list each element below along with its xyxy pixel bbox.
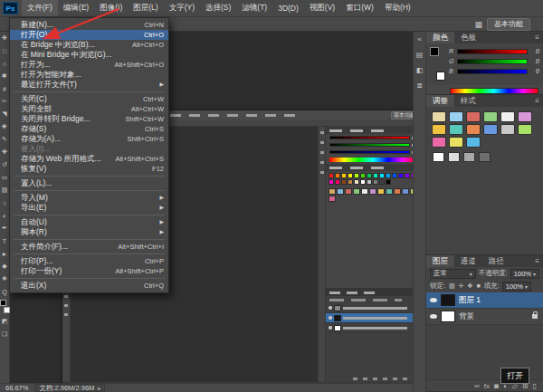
menu-item-browse-in-mini-bridge[interactable]: 在 Mini Bridge 中浏览(G)... (10, 50, 168, 60)
lock-position-icon[interactable]: ✥ (467, 282, 474, 290)
workspace-button[interactable]: 基本功能 (487, 18, 530, 31)
adjustment-icon[interactable] (449, 137, 463, 148)
info-panel-icon[interactable]: ≣ (414, 79, 425, 92)
adjustment-icon[interactable] (432, 137, 446, 148)
marquee-tool[interactable]: □ (0, 44, 9, 57)
delete-layer-icon[interactable]: ▯ (533, 382, 537, 390)
menu-item-open-recent[interactable]: 最近打开文件(T)▶ (10, 80, 168, 90)
menubar-item-file[interactable]: 文件(F) (22, 0, 58, 16)
menubar-item-3d[interactable]: 3D(D) (272, 0, 304, 16)
dodge-tool[interactable]: ◐ (0, 209, 9, 222)
adjustment-icon[interactable] (500, 124, 515, 135)
lock-all-icon[interactable]: ■ (475, 282, 481, 290)
green-value[interactable]: 0 (530, 58, 539, 64)
lock-transparent-pixels-icon[interactable]: ▨ (448, 282, 456, 290)
hand-tool[interactable]: ❖ (0, 272, 9, 285)
shape-tool[interactable]: ◆ (0, 260, 9, 272)
workspace-grid-icon[interactable]: ▦ (474, 20, 482, 29)
properties-panel-icon[interactable]: ◧ (414, 63, 425, 77)
quick-mask-toggle[interactable]: ◩ (0, 315, 9, 328)
tab-paths[interactable]: 路径 (482, 255, 510, 267)
link-layers-icon[interactable]: ∞ (474, 382, 480, 390)
menu-item-close[interactable]: 关闭(C)Ctrl+W (10, 94, 168, 104)
lock-image-pixels-icon[interactable]: ✛ (458, 282, 465, 290)
adjustment-icon[interactable] (518, 124, 532, 135)
quick-selection-tool[interactable]: ✱ (0, 70, 9, 82)
layer-thumbnail[interactable] (441, 311, 455, 322)
healing-brush-tool[interactable]: ✚ (0, 120, 9, 133)
menu-item-close-and-go-to-bridge[interactable]: 关闭并转到 Bridge...Shift+Ctrl+W (10, 114, 168, 124)
adjustment-icon[interactable] (466, 124, 481, 135)
type-tool[interactable]: T (0, 234, 9, 247)
adjustment-icon[interactable] (449, 124, 463, 135)
tab-layers[interactable]: 图层 (426, 255, 454, 267)
tab-adjustments[interactable]: 调整 (426, 95, 454, 107)
layer-row-background[interactable]: 背景 (426, 309, 543, 325)
menu-item-open-as[interactable]: 打开为...Alt+Shift+Ctrl+O (10, 60, 168, 70)
tab-color[interactable]: 颜色 (426, 32, 454, 43)
adjustment-icon[interactable] (483, 124, 498, 135)
status-arrow-icon[interactable]: ▸ (98, 385, 100, 391)
red-value[interactable]: 0 (530, 48, 539, 54)
eye-icon[interactable] (430, 314, 437, 319)
menu-item-exit[interactable]: 退出(X)Ctrl+Q (10, 281, 168, 291)
menu-item-import[interactable]: 导入(M)▶ (10, 193, 168, 203)
layer-style-icon[interactable]: fx (484, 382, 490, 390)
adjustment-icon[interactable] (466, 137, 481, 148)
blur-tool[interactable]: ○ (0, 196, 9, 209)
red-slider[interactable]: R0 (449, 46, 539, 56)
menu-item-browse-in-bridge[interactable]: 在 Bridge 中浏览(B)...Alt+Ctrl+O (10, 40, 168, 50)
style-swatch[interactable] (463, 152, 475, 162)
menu-item-save-for-web[interactable]: 存储为 Web 所用格式...Alt+Shift+Ctrl+S (10, 154, 168, 164)
blue-slider[interactable]: B0 (449, 66, 539, 76)
style-swatch[interactable] (448, 152, 460, 162)
menu-item-close-all[interactable]: 关闭全部Alt+Ctrl+W (10, 104, 168, 114)
menu-item-check-in[interactable]: 签入(I)... (10, 144, 168, 154)
clone-stamp-tool[interactable]: ✤ (0, 146, 9, 158)
menu-item-file-info[interactable]: 文件简介(F)...Alt+Shift+Ctrl+I (10, 242, 168, 252)
foreground-color-swatch[interactable] (0, 300, 6, 306)
background-color-swatch[interactable] (4, 307, 10, 313)
menubar-item-help[interactable]: 帮助(H) (379, 0, 416, 16)
history-brush-tool[interactable]: ↺ (0, 158, 9, 171)
slice-tool[interactable]: ✂ (0, 95, 9, 108)
fill-value[interactable]: 100%▾ (502, 282, 531, 292)
menu-item-open-as-smart-object[interactable]: 打开为智能对象... (10, 70, 168, 80)
zoom-level[interactable]: 66.67% (5, 384, 28, 392)
history-panel-icon[interactable]: ▤ (414, 48, 425, 62)
blue-value[interactable]: 0 (530, 68, 539, 74)
adjustment-icon[interactable] (500, 111, 515, 122)
menu-item-print-one-copy[interactable]: 打印一份(Y)Alt+Shift+Ctrl+P (10, 266, 168, 276)
red-ramp[interactable] (457, 49, 528, 54)
blue-ramp[interactable] (457, 69, 528, 74)
menu-item-scripts[interactable]: 脚本(R)▶ (10, 227, 168, 237)
menubar-item-view[interactable]: 视图(V) (304, 0, 340, 16)
menubar-item-filter[interactable]: 滤镜(T) (236, 0, 272, 16)
panel-menu-icon[interactable]: ≡ (531, 32, 543, 43)
menubar-item-edit[interactable]: 编辑(E) (58, 0, 94, 16)
style-swatch[interactable] (433, 152, 444, 162)
tab-swatches[interactable]: 色板 (454, 32, 482, 43)
adjustment-icon[interactable] (432, 124, 446, 135)
blend-mode-select[interactable]: 正常▾ (430, 269, 476, 279)
color-swatches[interactable] (0, 300, 10, 313)
menubar-item-layer[interactable]: 图层(L) (128, 0, 163, 16)
opacity-value[interactable]: 100%▾ (510, 269, 539, 279)
eraser-tool[interactable]: ▭ (0, 171, 9, 184)
menubar-item-image[interactable]: 图像(I) (94, 0, 128, 16)
menubar-item-select[interactable]: 选择(S) (200, 0, 236, 16)
eyedropper-tool[interactable]: ◥ (0, 108, 9, 120)
adjustment-icon[interactable] (466, 111, 481, 122)
panel-menu-icon[interactable]: ≡ (531, 95, 543, 107)
green-ramp[interactable] (457, 59, 528, 64)
menu-item-save[interactable]: 存储(S)Ctrl+S (10, 124, 168, 134)
brush-tool[interactable]: ✎ (0, 133, 9, 146)
tab-channels[interactable]: 通道 (454, 255, 482, 267)
menu-item-open[interactable]: 打开(O)...Ctrl+O (10, 30, 168, 40)
move-tool[interactable]: ✥ (0, 32, 9, 44)
tab-styles[interactable]: 样式 (454, 95, 482, 107)
green-slider[interactable]: G0 (449, 56, 539, 66)
menu-item-place[interactable]: 置入(L)... (10, 178, 168, 188)
adjustment-icon[interactable] (518, 111, 532, 122)
adjustment-icon[interactable] (483, 111, 498, 122)
